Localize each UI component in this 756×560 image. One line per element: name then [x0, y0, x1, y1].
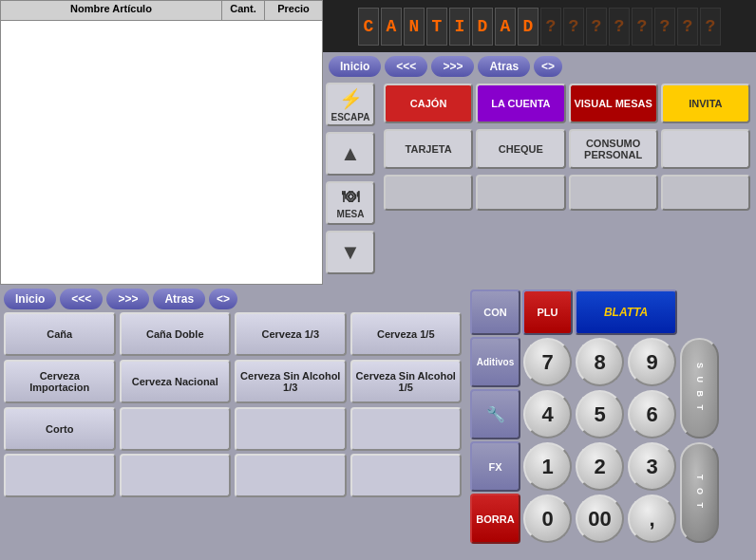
- pos-empty-1: [120, 407, 232, 451]
- display-cell: ?: [632, 8, 652, 46]
- tarjeta-button[interactable]: TARJETA: [384, 129, 473, 169]
- display-cell: T: [426, 8, 447, 46]
- digit-comma[interactable]: ,: [628, 495, 676, 543]
- digit-6[interactable]: 6: [628, 390, 676, 439]
- digit-3[interactable]: 3: [628, 442, 676, 491]
- digit-9[interactable]: 9: [628, 338, 676, 386]
- display-cell: ?: [654, 8, 675, 46]
- empty-corner: [679, 289, 720, 335]
- digit-2[interactable]: 2: [576, 442, 624, 491]
- display-cell: ?: [540, 8, 561, 46]
- arrow-button[interactable]: <>: [534, 56, 562, 77]
- inicio-button[interactable]: Inicio: [329, 56, 381, 77]
- bottom-empty-3: [235, 454, 347, 497]
- right-mid: ⚡ ESCAPA ▲ 🍽 MESA ▼ CAJÓN: [323, 81, 756, 285]
- cajon-button[interactable]: CAJÓN: [384, 84, 473, 123]
- controls-col: ⚡ ESCAPA ▲ 🍽 MESA ▼: [323, 81, 378, 285]
- table-body: [0, 21, 323, 285]
- arrow-down-button[interactable]: ▼: [326, 231, 375, 274]
- pos-btn-cana[interactable]: Caña: [4, 312, 116, 356]
- display-cell: D: [518, 8, 539, 46]
- pos-btn-cana-doble[interactable]: Caña Doble: [120, 312, 232, 356]
- cheque-button[interactable]: CHEQUE: [476, 129, 565, 169]
- display-cell: A: [495, 8, 516, 46]
- visual-mesas-button[interactable]: VISUAL MESAS: [569, 84, 658, 123]
- mesa-icon: 🍽: [342, 187, 359, 207]
- plu-button[interactable]: PLU: [522, 289, 573, 335]
- empty-button-1[interactable]: [661, 129, 750, 169]
- digit-0[interactable]: 0: [523, 495, 572, 543]
- bottom-empty-grid: [4, 454, 462, 497]
- bottom-next-button[interactable]: >>>: [106, 289, 149, 309]
- subt-button[interactable]: S U B T: [680, 338, 719, 439]
- display-cell: ?: [700, 8, 721, 46]
- bottom-empty-2: [120, 454, 232, 497]
- digit-00[interactable]: 00: [576, 495, 624, 543]
- arrow-up-icon: ▲: [340, 141, 361, 166]
- table-header: Nombre Artículo Cant. Precio: [0, 0, 323, 21]
- display-cell: I: [449, 8, 470, 46]
- pos-btn-cerveza-importacion[interactable]: Cerveza Importacion: [4, 360, 116, 403]
- digit-5[interactable]: 5: [576, 390, 624, 439]
- pos-area: Inicio <<< >>> Atras <> Caña Caña Doble …: [0, 285, 465, 560]
- pos-btn-cerveza-sin-alcohol-15[interactable]: Cerveza Sin Alcohol 1/5: [350, 360, 463, 403]
- bottom-empty-1: [4, 454, 116, 497]
- product-table: Nombre Artículo Cant. Precio: [0, 0, 323, 285]
- bottom-empty-4: [350, 454, 463, 497]
- digit-7[interactable]: 7: [523, 338, 572, 386]
- action-grid-row2: TARJETA CHEQUE CONSUMO PERSONAL: [378, 126, 756, 172]
- empty-slot-4: [661, 175, 750, 211]
- action-grid-row1: CAJÓN LA CUENTA VISUAL MESAS INVITA: [378, 81, 756, 126]
- bottom-prev-button[interactable]: <<<: [60, 289, 103, 309]
- right-panel: C A N T I D A D ? ? ? ? ? ? ? ? Inicio <…: [323, 0, 756, 285]
- digit-8[interactable]: 8: [576, 338, 624, 386]
- mesa-button[interactable]: 🍽 MESA: [326, 181, 375, 225]
- bottom-atras-button[interactable]: Atras: [153, 289, 205, 309]
- numpad-area: CON PLU BLATTA Aditivos 7 8 9 S U B T 🔧 …: [465, 285, 756, 560]
- escapa-label: ESCAPA: [331, 112, 370, 122]
- col-precio-header: Precio: [265, 1, 322, 20]
- col-cant-header: Cant.: [222, 1, 265, 20]
- display-cell: D: [472, 8, 493, 46]
- display-cell: A: [381, 8, 402, 46]
- atras-button[interactable]: Atras: [478, 56, 530, 77]
- display-cell: N: [404, 8, 425, 46]
- fx-button[interactable]: FX: [470, 441, 520, 492]
- arrow-up-button[interactable]: ▲: [326, 132, 375, 176]
- display-bar: C A N T I D A D ? ? ? ? ? ? ? ?: [323, 0, 756, 52]
- consumo-personal-button[interactable]: CONSUMO PERSONAL: [569, 129, 658, 169]
- empty-slot-1: [384, 175, 473, 211]
- aditivos-button[interactable]: Aditivos: [470, 337, 520, 387]
- empty-slot-3: [569, 175, 658, 211]
- right-buttons-area: CAJÓN LA CUENTA VISUAL MESAS INVITA TARJ…: [378, 81, 756, 285]
- con-button[interactable]: CON: [470, 289, 520, 335]
- display-cell: C: [358, 8, 379, 46]
- next-button[interactable]: >>>: [431, 56, 474, 77]
- invita-button[interactable]: INVITA: [661, 84, 750, 123]
- bottom-inicio-button[interactable]: Inicio: [4, 289, 56, 309]
- display-cell: ?: [563, 8, 584, 46]
- pos-btn-cerveza-15[interactable]: Cerveza 1/5: [350, 312, 463, 356]
- display-cell: ?: [677, 8, 698, 46]
- blatta-logo: BLATTA: [604, 306, 648, 319]
- la-cuenta-button[interactable]: LA CUENTA: [476, 84, 565, 123]
- col-nombre-header: Nombre Artículo: [1, 1, 222, 20]
- top-nav-bar: Inicio <<< >>> Atras <>: [323, 52, 756, 81]
- pos-product-grid: Caña Caña Doble Cerveza 1/3 Cerveza 1/5 …: [4, 312, 462, 451]
- action-grid-row3: [378, 172, 756, 214]
- bottom-arrow-button[interactable]: <>: [209, 289, 237, 309]
- borra-button[interactable]: BORRA: [470, 494, 520, 544]
- arrow-down-icon: ▼: [340, 240, 361, 265]
- escapa-button[interactable]: ⚡ ESCAPA: [326, 83, 375, 126]
- pos-btn-cerveza-sin-alcohol-13[interactable]: Cerveza Sin Alcohol 1/3: [235, 360, 347, 403]
- pos-btn-cerveza-nacional[interactable]: Cerveza Nacional: [120, 360, 232, 403]
- mesa-label: MESA: [337, 209, 365, 219]
- pos-btn-cerveza-13[interactable]: Cerveza 1/3: [235, 312, 347, 356]
- digit-1[interactable]: 1: [523, 442, 572, 491]
- wrench-button[interactable]: 🔧: [470, 389, 520, 439]
- prev-button[interactable]: <<<: [385, 56, 427, 77]
- lightning-icon: ⚡: [339, 87, 363, 110]
- tot-button[interactable]: T O T: [680, 442, 719, 543]
- pos-btn-corto[interactable]: Corto: [4, 407, 116, 451]
- digit-4[interactable]: 4: [523, 390, 572, 439]
